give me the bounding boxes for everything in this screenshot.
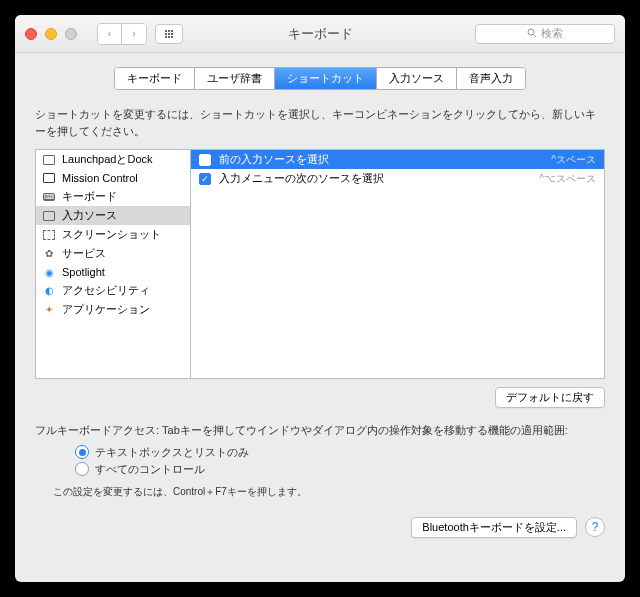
window-title: キーボード [288,25,353,43]
shortcut-checkbox[interactable]: ✓ [199,173,211,185]
category-label: アクセシビリティ [62,283,150,298]
category-icon: ✦ [42,303,56,317]
full-keyboard-access-label: フルキーボードアクセス: Tabキーを押してウインドウやダイアログ内の操作対象を… [35,422,605,439]
category-label: Mission Control [62,172,138,184]
category-icon [42,228,56,242]
category-item[interactable]: スクリーンショット [36,225,190,244]
radio-label: すべてのコントロール [95,462,205,477]
category-icon: ⌨︎ [42,190,56,204]
instruction-text: ショートカットを変更するには、ショートカットを選択し、キーコンビネーションをクリ… [35,106,605,139]
zoom-button [65,28,77,40]
tab-4[interactable]: 音声入力 [457,68,525,89]
search-icon [527,28,537,40]
access-radio-group: テキストボックスとリストのみすべてのコントロール [75,445,605,477]
access-option[interactable]: すべてのコントロール [75,462,605,477]
category-item[interactable]: ◉Spotlight [36,263,190,281]
category-item[interactable]: ✦アプリケーション [36,300,190,319]
footer: Bluetoothキーボードを設定... ? [35,517,605,538]
svg-point-0 [528,29,534,35]
category-label: アプリケーション [62,302,150,317]
shortcut-row[interactable]: ✓入力メニューの次のソースを選択^⌥スペース [191,169,604,188]
category-item[interactable]: LaunchpadとDock [36,150,190,169]
traffic-lights [25,28,77,40]
tab-0[interactable]: キーボード [115,68,195,89]
radio-label: テキストボックスとリストのみ [95,445,249,460]
bluetooth-keyboard-button[interactable]: Bluetoothキーボードを設定... [411,517,577,538]
nav-buttons: ‹ › [97,23,147,45]
category-item[interactable]: 入力ソース [36,206,190,225]
tab-3[interactable]: 入力ソース [377,68,457,89]
tab-bar: キーボードユーザ辞書ショートカット入力ソース音声入力 [35,67,605,90]
shortcut-key[interactable]: ^スペース [551,153,596,167]
forward-button[interactable]: › [122,24,146,44]
category-icon: ◉ [42,265,56,279]
radio-icon [75,445,89,459]
access-hint: この設定を変更するには、Control＋F7キーを押します。 [53,485,605,499]
category-label: 入力ソース [62,208,117,223]
defaults-row: デフォルトに戻す [35,387,605,408]
category-label: スクリーンショット [62,227,161,242]
search-placeholder: 検索 [541,26,563,41]
search-field[interactable]: 検索 [475,24,615,44]
category-icon [42,153,56,167]
show-all-button[interactable] [155,24,183,44]
shortcut-checkbox[interactable] [199,154,211,166]
category-item[interactable]: ✿サービス [36,244,190,263]
back-button[interactable]: ‹ [98,24,122,44]
category-item[interactable]: ⌨︎キーボード [36,187,190,206]
preferences-window: ‹ › キーボード 検索 キーボードユーザ辞書ショートカット入力ソース音声入力 … [15,15,625,582]
shortcut-panels: LaunchpadとDockMission Control⌨︎キーボード入力ソー… [35,149,605,379]
titlebar: ‹ › キーボード 検索 [15,15,625,53]
svg-line-1 [534,34,537,37]
shortcut-label: 前の入力ソースを選択 [219,152,543,167]
shortcut-key[interactable]: ^⌥スペース [539,172,596,186]
category-label: Spotlight [62,266,105,278]
category-icon [42,209,56,223]
category-icon: ◐ [42,284,56,298]
close-button[interactable] [25,28,37,40]
category-label: サービス [62,246,106,261]
grid-icon [165,30,173,38]
shortcut-label: 入力メニューの次のソースを選択 [219,171,531,186]
category-label: キーボード [62,189,117,204]
shortcut-row[interactable]: 前の入力ソースを選択^スペース [191,150,604,169]
help-button[interactable]: ? [585,517,605,537]
access-option[interactable]: テキストボックスとリストのみ [75,445,605,460]
tab-1[interactable]: ユーザ辞書 [195,68,275,89]
restore-defaults-button[interactable]: デフォルトに戻す [495,387,605,408]
category-icon: ✿ [42,247,56,261]
minimize-button[interactable] [45,28,57,40]
category-item[interactable]: ◐アクセシビリティ [36,281,190,300]
category-label: LaunchpadとDock [62,152,153,167]
tab-2[interactable]: ショートカット [275,68,377,89]
category-icon [42,171,56,185]
radio-icon [75,462,89,476]
category-item[interactable]: Mission Control [36,169,190,187]
content-area: キーボードユーザ辞書ショートカット入力ソース音声入力 ショートカットを変更するに… [15,53,625,550]
shortcut-list[interactable]: 前の入力ソースを選択^スペース✓入力メニューの次のソースを選択^⌥スペース [191,150,604,378]
category-list[interactable]: LaunchpadとDockMission Control⌨︎キーボード入力ソー… [36,150,191,378]
